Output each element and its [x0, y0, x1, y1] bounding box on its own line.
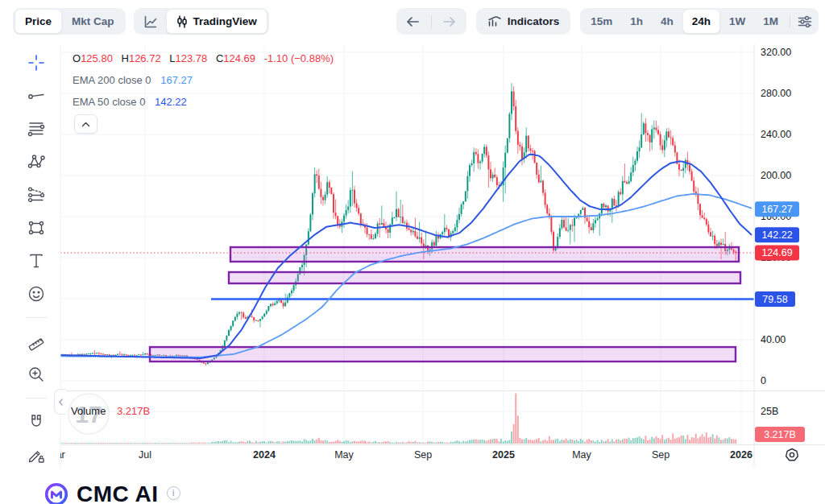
close-label: C	[216, 52, 223, 64]
legend-collapse-button[interactable]	[74, 114, 97, 134]
indicators-group: Indicators	[476, 8, 571, 35]
ema200-label: EMA 200 close 0	[73, 74, 151, 86]
chart-legend: O125.80 H126.72 L123.78 C124.69 -1.10 (−…	[73, 48, 334, 113]
chart-toolbar-left: Price Mkt Cap TradingView	[13, 8, 269, 35]
indicators-icon	[487, 15, 502, 27]
draw-lock-icon	[27, 445, 46, 465]
tf-1w[interactable]: 1W	[720, 10, 754, 33]
zoom-in-icon	[27, 365, 46, 384]
svg-text:Sep: Sep	[652, 449, 670, 461]
tf-24h[interactable]: 24h	[682, 9, 720, 34]
cmc-ai-logo	[44, 482, 68, 504]
zoom-in-tool[interactable]	[22, 360, 51, 389]
volume-value: 3.217B	[117, 405, 150, 417]
svg-text:40.00: 40.00	[761, 334, 786, 345]
crosshair-tool[interactable]	[22, 48, 51, 77]
trend-line-tool[interactable]	[22, 81, 51, 110]
ema50-row[interactable]: EMA 50 close 0 142.22	[73, 91, 334, 113]
svg-text:0: 0	[761, 375, 766, 386]
close-value: 124.69	[223, 52, 255, 64]
projection-icon	[27, 185, 46, 204]
chevron-up-icon	[81, 122, 90, 127]
volume-bars	[60, 394, 736, 444]
trend-line-icon	[27, 86, 46, 105]
text-tool[interactable]	[22, 246, 51, 275]
ema50-label: EMA 50 close 0	[73, 96, 145, 108]
svg-text:3.217B: 3.217B	[764, 429, 796, 440]
divider	[431, 15, 432, 28]
cmc-ai-title: CMC AI	[77, 482, 159, 504]
divider	[790, 15, 790, 28]
tradingview-button[interactable]: TradingView	[166, 9, 267, 34]
chevron-left-icon	[59, 399, 63, 406]
svg-text:2025: 2025	[492, 449, 515, 461]
projection-tool[interactable]	[22, 180, 51, 209]
high-value: 126.72	[129, 52, 161, 64]
svg-text:2024: 2024	[253, 449, 276, 461]
tf-1m[interactable]: 1M	[754, 10, 787, 33]
magnet-icon	[27, 412, 46, 432]
ema200-value: 167.27	[160, 74, 193, 86]
divider	[26, 317, 47, 318]
crosshair-icon	[27, 53, 46, 72]
xabcd-pattern-icon	[27, 152, 46, 171]
drawing-toolbar	[19, 48, 53, 473]
svg-text:79.58: 79.58	[762, 294, 787, 305]
chart-toolbar-right: Indicators 15m 1h 4h 24h 1W 1M	[396, 8, 819, 35]
magnet-tool[interactable]	[22, 407, 51, 436]
ruler-icon	[27, 332, 46, 351]
draw-lock-tool[interactable]	[22, 440, 51, 469]
supply-demand-zones[interactable]	[150, 247, 740, 361]
price-mktcap-toggle: Price Mkt Cap	[13, 8, 126, 35]
rectangle-tool[interactable]	[22, 213, 51, 242]
svg-text:200.00: 200.00	[761, 170, 791, 181]
tf-1h[interactable]: 1h	[621, 10, 652, 33]
fib-retracement-tool[interactable]	[22, 114, 51, 143]
info-icon[interactable]: i	[167, 486, 180, 500]
low-label: L	[169, 52, 175, 64]
svg-text:280.00: 280.00	[761, 88, 791, 99]
price-tab[interactable]: Price	[15, 9, 62, 34]
svg-text:Sep: Sep	[414, 449, 432, 461]
svg-text:25B: 25B	[761, 406, 778, 417]
ema200-row[interactable]: EMA 200 close 0 167.27	[73, 69, 334, 91]
open-value: 125.80	[81, 52, 113, 64]
toolbar-collapse-handle[interactable]	[54, 389, 66, 415]
ema50-value: 142.22	[155, 96, 187, 108]
mktcap-tab[interactable]: Mkt Cap	[62, 10, 124, 33]
history-nav	[396, 8, 466, 35]
text-icon	[27, 251, 46, 271]
svg-text:2026: 2026	[730, 449, 752, 461]
svg-text:May: May	[334, 449, 354, 461]
ohlc-row: O125.80 H126.72 L123.78 C124.69 -1.10 (−…	[73, 48, 334, 69]
emoji-tool[interactable]	[22, 279, 51, 308]
open-label: O	[73, 52, 81, 64]
svg-text:167.27: 167.27	[761, 204, 792, 215]
sliders-icon	[798, 15, 812, 28]
back-arrow-button[interactable]	[398, 10, 429, 33]
emoji-icon	[27, 284, 46, 304]
volume-legend[interactable]: Volume 3.217B	[71, 405, 150, 417]
cmc-ai-section: CMC AI i	[44, 482, 180, 504]
time-axis-settings-icon[interactable]	[786, 449, 798, 461]
fib-retracement-icon	[27, 119, 46, 138]
svg-text:124.69: 124.69	[761, 247, 792, 258]
tf-4h[interactable]: 4h	[652, 10, 682, 33]
forward-arrow-button[interactable]	[434, 10, 465, 33]
svg-text:Jul: Jul	[139, 449, 151, 461]
chart-type-toggle: TradingView	[134, 8, 269, 35]
timeframe-settings-button[interactable]	[793, 10, 817, 33]
timeframe-group: 15m 1h 4h 24h 1W 1M	[580, 8, 819, 35]
line-chart-icon	[143, 14, 158, 29]
divider	[26, 398, 47, 399]
line-chart-button[interactable]	[135, 10, 166, 33]
time-axis[interactable]: MarJul2024MaySep2025MaySep2026	[48, 449, 752, 461]
candlestick-icon	[176, 15, 188, 28]
rectangle-icon	[27, 218, 46, 238]
tf-15m[interactable]: 15m	[582, 10, 621, 33]
cmc-price-chart-page: { "toolbar": { "left": { "price_label": …	[0, 0, 825, 504]
indicators-button[interactable]: Indicators	[478, 10, 570, 33]
xabcd-pattern-tool[interactable]	[22, 147, 51, 176]
high-label: H	[122, 52, 129, 64]
ruler-tool[interactable]	[22, 327, 51, 356]
